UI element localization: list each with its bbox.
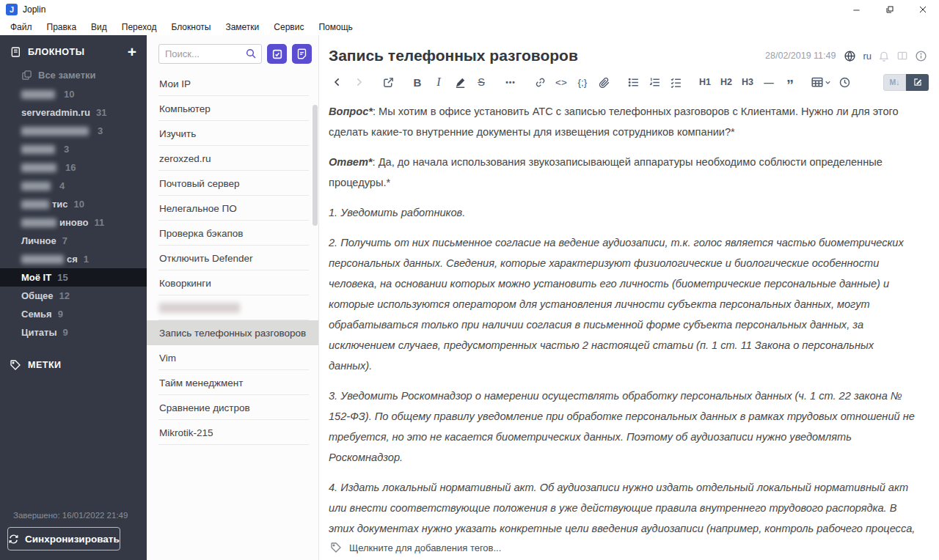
checkbox-list-button[interactable] <box>667 73 684 91</box>
notebook-label: serveradmin.ru <box>21 107 90 118</box>
menu-item[interactable]: Блокноты <box>164 21 218 34</box>
note-list-item[interactable]: Тайм менеджмент <box>147 370 318 395</box>
spellcheck-language[interactable]: ru <box>863 51 872 62</box>
italic-button[interactable]: I <box>430 73 447 91</box>
menu-item[interactable]: Файл <box>3 21 40 34</box>
notebook-item[interactable]: 3 <box>0 122 147 140</box>
note-list-item-label: zeroxzed.ru <box>159 153 211 164</box>
strikethrough-button[interactable]: S <box>472 73 490 91</box>
inline-code-button[interactable]: <> <box>552 73 570 91</box>
sync-button[interactable]: Синхронизировать <box>7 527 120 550</box>
notebook-item[interactable]: Моё IT 15 <box>0 268 147 287</box>
heading3-button[interactable]: H3 <box>739 73 756 91</box>
menu-item[interactable]: Переход <box>114 21 164 34</box>
forward-button[interactable] <box>350 73 368 91</box>
sidebar: БЛОКНОТЫ + Все заметки 10 serveradmin.ru… <box>0 35 147 560</box>
new-todo-button[interactable] <box>267 44 287 64</box>
note-list-item[interactable]: Проверка бэкапов <box>147 221 318 246</box>
notebook-item[interactable]: тис 10 <box>0 195 147 213</box>
alarm-bell-icon[interactable] <box>878 50 890 62</box>
notebook-item[interactable]: serveradmin.ru 31 <box>0 103 147 122</box>
note-list-item[interactable]: Mikrotik-215 <box>147 420 318 445</box>
all-notes-item[interactable]: Все заметки <box>0 66 147 85</box>
notebook-item[interactable]: Семья 9 <box>0 305 147 323</box>
note-list-item[interactable]: Изучить <box>147 121 318 146</box>
notebook-item[interactable]: Цитаты 9 <box>0 323 147 342</box>
redacted-label <box>21 90 55 99</box>
external-edit-button[interactable] <box>379 73 397 91</box>
attach-file-button[interactable] <box>595 73 613 91</box>
editor-view-toggle[interactable] <box>906 74 929 91</box>
notebook-label: Семья <box>21 309 52 320</box>
heading2-button[interactable]: H2 <box>717 73 735 91</box>
note-list-item[interactable]: Запись телефонных разговоров <box>147 320 318 345</box>
blockquote-button[interactable]: ” <box>781 73 799 91</box>
back-button[interactable] <box>329 73 346 91</box>
notebook-item[interactable]: Общее 12 <box>0 287 147 305</box>
notebook-count: 7 <box>62 235 67 246</box>
note-list-item[interactable]: Нелегальное ПО <box>147 196 318 221</box>
insert-datetime-button[interactable] <box>836 73 853 91</box>
markdown-view-toggle[interactable]: M↓ <box>883 74 906 91</box>
heading1-button[interactable]: H1 <box>696 73 714 91</box>
tag-bar[interactable]: Щелкните для добавления тегов... <box>319 535 939 560</box>
notebook-item[interactable]: Личное 7 <box>0 232 147 250</box>
new-notebook-button[interactable]: + <box>128 46 136 58</box>
notebook-count: 1 <box>84 254 89 265</box>
notebook-item[interactable]: ся 1 <box>0 250 147 268</box>
notebook-count: 12 <box>59 290 70 301</box>
hyperlink-button[interactable] <box>531 73 549 91</box>
notebook-icon <box>10 46 21 58</box>
note-list-item[interactable]: zeroxzed.ru <box>147 146 318 171</box>
note-title[interactable]: Запись телефонных разговоров <box>329 47 578 65</box>
table-button[interactable] <box>811 73 832 91</box>
note-list-item[interactable]: Сравнение дистров <box>147 395 318 420</box>
split-view-icon[interactable] <box>896 50 908 62</box>
note-date: 28/02/2019 11:49 <box>765 51 836 61</box>
notebook-item[interactable]: 3 <box>0 140 147 158</box>
note-body[interactable]: Вопрос*: Мы хотим в офисе установить АТС… <box>319 97 939 535</box>
note-list: Мои IP Компьютер Изучить zeroxzed.ru <box>147 71 318 445</box>
code-block-button[interactable]: {;} <box>574 73 591 91</box>
menu-item[interactable]: Правка <box>40 21 84 34</box>
numbered-list-button[interactable] <box>646 73 663 91</box>
new-note-button[interactable] <box>292 44 312 64</box>
more-options-button[interactable]: ••• <box>502 73 519 91</box>
note-list-item-label: Нелегальное ПО <box>159 203 237 214</box>
highlight-pen-icon[interactable] <box>451 73 469 91</box>
restore-button[interactable] <box>873 0 906 19</box>
notebook-label: иново <box>59 217 89 228</box>
notebook-item[interactable]: 10 <box>0 85 147 103</box>
note-list-item-label: Vim <box>159 353 176 364</box>
notebook-label: Общее <box>21 290 54 301</box>
menu-item[interactable]: Сервис <box>266 21 311 34</box>
note-list-scrollbar[interactable] <box>313 105 318 226</box>
note-list-item-label: Изучить <box>159 128 196 139</box>
note-paragraph: 4. Издать локальный нормативный акт. Об … <box>329 477 917 535</box>
note-paragraph: 1. Уведомить работников. <box>329 202 917 223</box>
note-list-item[interactable]: Коворкинги <box>147 270 318 295</box>
editor-toolbar: B I S ••• <> {;} H1 <box>319 67 939 97</box>
horizontal-rule-button[interactable]: — <box>760 73 778 91</box>
note-list-item[interactable]: Компьютер <box>147 96 318 121</box>
note-list-item[interactable]: Мои IP <box>147 71 318 96</box>
note-list-item-label: Сравнение дистров <box>159 402 250 413</box>
close-button[interactable] <box>906 0 939 19</box>
notebook-item[interactable]: иново 11 <box>0 213 147 232</box>
globe-icon[interactable] <box>844 50 856 62</box>
bold-button[interactable]: B <box>409 73 426 91</box>
paragraph-lead: Ответ* <box>329 156 373 168</box>
note-list-item[interactable]: Почтовый сервер <box>147 171 318 196</box>
note-properties-icon[interactable] <box>915 50 927 62</box>
notebook-item[interactable]: 16 <box>0 158 147 177</box>
note-list-item[interactable]: Отключить Defender <box>147 246 318 270</box>
notebook-item[interactable]: 4 <box>0 177 147 195</box>
note-paragraph: Вопрос*: Мы хотим в офисе установить АТС… <box>329 101 917 142</box>
note-list-item[interactable]: Vim <box>147 345 318 370</box>
menu-item[interactable]: Заметки <box>218 21 266 34</box>
note-list-item[interactable] <box>147 295 318 320</box>
menu-item[interactable]: Вид <box>84 21 114 34</box>
menu-item[interactable]: Помощь <box>311 21 359 34</box>
minimize-button[interactable] <box>840 0 873 19</box>
bulleted-list-button[interactable] <box>624 73 642 91</box>
